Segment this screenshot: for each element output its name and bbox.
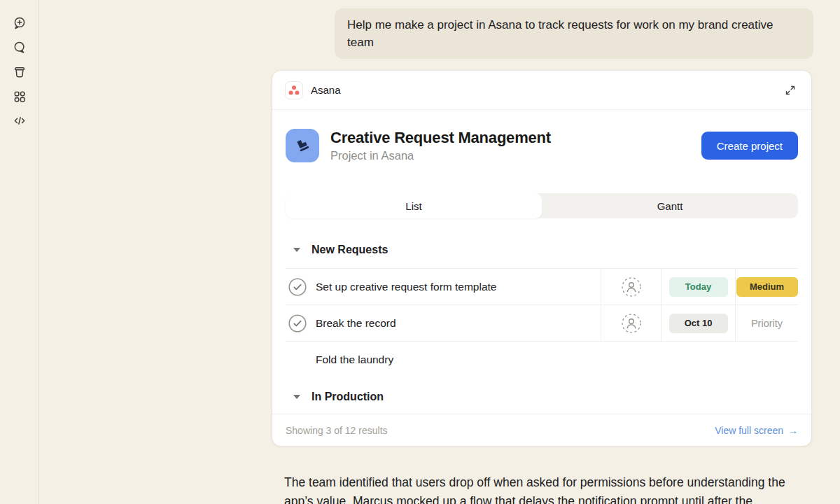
assignee-cell (601, 269, 661, 304)
task-complete-checkbox[interactable] (288, 314, 307, 332)
assistant-message-text: The team identified that users drop off … (284, 473, 795, 504)
task-title: Break the record (316, 317, 396, 330)
project-icon (286, 129, 319, 162)
task-table: Set up creative request form template To… (286, 268, 798, 342)
avatar-placeholder-icon (621, 313, 642, 334)
archive-box-button[interactable] (12, 64, 27, 80)
chats-icon (13, 41, 27, 55)
section-title: In Production (312, 391, 384, 403)
asana-logo (285, 81, 303, 99)
priority-badge: Medium (736, 277, 798, 297)
due-date-badge: Today (669, 277, 728, 297)
task-title-cell: Set up creative request form template (286, 269, 601, 304)
arrow-right-icon: → (788, 425, 798, 436)
priority-cell: Medium (735, 269, 798, 304)
task-complete-checkbox[interactable] (288, 278, 307, 296)
due-date-badge: Oct 10 (669, 314, 728, 333)
assignee-button[interactable] (621, 276, 642, 298)
task-row[interactable]: Fold the laundry (286, 342, 798, 377)
code-icon (13, 114, 27, 128)
new-chat-button[interactable] (12, 15, 27, 31)
tab-gantt[interactable]: Gantt (542, 193, 798, 218)
expand-button[interactable] (782, 82, 799, 99)
sidebar (0, 0, 39, 504)
sneaker-icon (293, 136, 312, 155)
task-row[interactable]: Break the record Oct 10 Priority (286, 305, 798, 342)
view-full-screen-link[interactable]: View full screen → (715, 425, 798, 436)
chevron-down-icon (293, 395, 300, 399)
widget-footer: Showing 3 of 12 results View full screen… (272, 414, 811, 446)
assignee-button[interactable] (621, 313, 642, 334)
widget-app-name: Asana (311, 84, 341, 96)
results-count: Showing 3 of 12 results (286, 425, 388, 436)
check-circle-icon (288, 314, 307, 332)
assignee-cell (601, 305, 661, 341)
section-title: New Requests (312, 244, 388, 256)
user-message-text: Help me make a project in Asana to track… (347, 18, 774, 49)
apps-button[interactable] (12, 89, 27, 104)
priority-placeholder: Priority (751, 318, 783, 329)
widget-body: Creative Request Management Project in A… (272, 110, 811, 414)
project-subtitle: Project in Asana (330, 149, 551, 162)
asana-widget-card: Asana Creative Request Managemen (272, 70, 812, 447)
chats-button[interactable] (12, 40, 27, 55)
task-title: Fold the laundry (316, 354, 393, 366)
view-full-screen-label: View full screen (715, 425, 783, 436)
project-meta: Creative Request Management Project in A… (330, 129, 551, 162)
task-row[interactable]: Set up creative request form template To… (286, 269, 798, 305)
task-title: Set up creative request form template (316, 281, 496, 293)
archive-box-icon (13, 65, 27, 79)
section-header-in-production[interactable]: In Production (293, 388, 798, 406)
user-message-bubble: Help me make a project in Asana to track… (335, 8, 813, 59)
priority-cell: Priority (735, 305, 798, 341)
create-project-button[interactable]: Create project (701, 132, 798, 160)
new-chat-icon (13, 16, 27, 30)
task-title-cell: Break the record (286, 305, 601, 341)
chevron-down-icon (293, 248, 300, 252)
project-header: Creative Request Management Project in A… (286, 129, 798, 162)
due-date-cell: Today (661, 269, 735, 304)
check-circle-icon (288, 278, 307, 296)
section-header-new-requests[interactable]: New Requests (293, 241, 798, 259)
asana-logo-dots (287, 83, 301, 97)
project-title: Creative Request Management (330, 129, 551, 147)
tab-list[interactable]: List (286, 193, 542, 218)
expand-icon (784, 84, 797, 97)
widget-header: Asana (272, 71, 811, 110)
apps-icon (13, 90, 27, 104)
code-button[interactable] (12, 113, 27, 129)
view-tabs: List Gantt (286, 193, 798, 218)
avatar-placeholder-icon (621, 276, 642, 298)
due-date-cell: Oct 10 (661, 305, 735, 341)
